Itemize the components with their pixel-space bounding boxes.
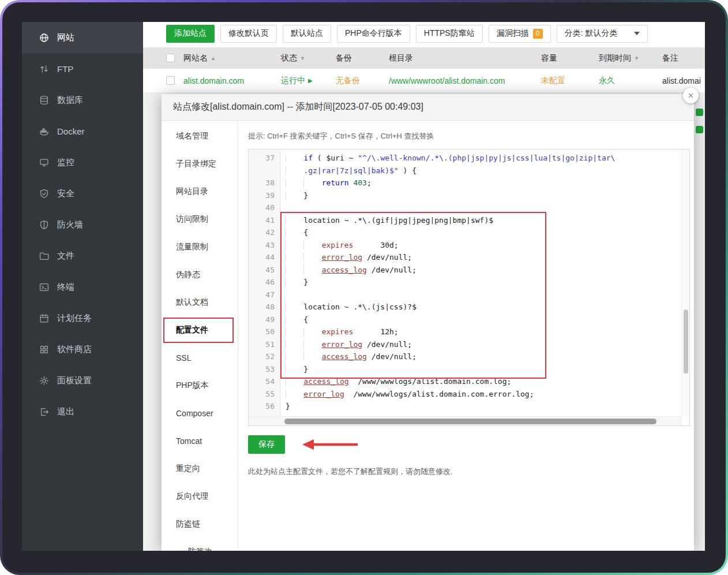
sidebar-item-label: 网站 bbox=[57, 32, 74, 43]
sidebar-item-label: 退出 bbox=[57, 406, 74, 417]
tab-label: 流量限制 bbox=[176, 242, 208, 252]
col-header-remark[interactable]: 备注 bbox=[662, 53, 705, 64]
site-name-link[interactable]: alist.domain.com bbox=[183, 76, 244, 85]
default-site-button[interactable]: 默认站点 bbox=[283, 25, 331, 43]
tab-traffic-limit[interactable]: 流量限制 bbox=[162, 233, 238, 261]
line-number: 52 bbox=[249, 350, 280, 363]
line-number: 51 bbox=[249, 338, 280, 351]
sidebar-item-database[interactable]: 数据库 bbox=[22, 84, 143, 115]
category-select[interactable]: 分类: 默认分类 bbox=[557, 25, 648, 43]
site-quota[interactable]: 未配置 bbox=[541, 76, 599, 86]
tab-tomcat[interactable]: Tomcat bbox=[162, 427, 238, 455]
sidebar-item-files[interactable]: 文件 bbox=[22, 240, 143, 271]
tab-php-version[interactable]: PHP版本 bbox=[162, 372, 238, 399]
toolbar-buttons: 修改默认页默认站点PHP命令行版本HTTPS防窜站 bbox=[220, 25, 483, 43]
code-editor-lines: 37 if ( $uri ~ "^/\.well-known/.*\.(php|… bbox=[249, 152, 681, 413]
https-protect-button[interactable]: HTTPS防窜站 bbox=[416, 25, 483, 43]
modal-title: 站点修改[alist.domain.com] -- 添加时间[2023-07-0… bbox=[173, 101, 423, 113]
sidebar-item-label: Docker bbox=[57, 126, 85, 136]
hscroll-thumb[interactable] bbox=[284, 419, 656, 424]
sidebar-item-docker[interactable]: Docker bbox=[22, 115, 143, 147]
code-line: 44 error_log /dev/null; bbox=[249, 251, 681, 264]
tab-composer[interactable]: Composer bbox=[162, 399, 238, 427]
tab-subdir-bind[interactable]: 子目录绑定 bbox=[162, 150, 238, 178]
tab-domain[interactable]: 域名管理 bbox=[162, 122, 238, 150]
tab-tamper-proof[interactable]: 防篡改 bbox=[162, 538, 238, 551]
line-number: 54 bbox=[249, 375, 280, 388]
site-status[interactable]: 运行中 ▶ bbox=[281, 76, 336, 86]
tab-label: 默认文档 bbox=[176, 297, 208, 308]
php-cli-version-button[interactable]: PHP命令行版本 bbox=[337, 25, 410, 43]
modal-header: 站点修改[alist.domain.com] -- 添加时间[2023-07-0… bbox=[162, 94, 694, 121]
code-line: 46 } bbox=[249, 276, 681, 289]
line-number: 47 bbox=[249, 289, 280, 301]
row-checkbox[interactable] bbox=[166, 76, 175, 85]
tab-label: PHP版本 bbox=[176, 380, 209, 391]
close-button[interactable]: × bbox=[683, 88, 699, 103]
sidebar-menu: 网站FTP数据库Docker监控安全防火墙文件终端计划任务软件商店面板设置退出 bbox=[22, 22, 143, 427]
table-header: 网站名▲状态▼备份根目录容量到期时间▼备注 bbox=[143, 47, 705, 69]
add-site-button[interactable]: 添加站点 bbox=[166, 25, 215, 43]
sidebar-item-ftp[interactable]: FTP bbox=[22, 53, 143, 84]
site-expiry[interactable]: 永久 bbox=[599, 76, 662, 86]
config-editor[interactable]: 37 if ( $uri ~ "^/\.well-known/.*\.(php|… bbox=[248, 149, 690, 426]
sidebar-item-logout[interactable]: 退出 bbox=[22, 396, 143, 427]
store-icon bbox=[39, 345, 49, 354]
sidebar-item-firewall[interactable]: 防火墙 bbox=[22, 209, 143, 240]
sidebar-item-settings[interactable]: 面板设置 bbox=[22, 365, 143, 396]
save-button[interactable]: 保存 bbox=[248, 435, 285, 454]
line-number: 55 bbox=[249, 388, 280, 401]
line-number: 48 bbox=[249, 301, 280, 313]
sort-up-icon: ▲ bbox=[211, 55, 216, 61]
select-all-checkbox[interactable] bbox=[166, 54, 175, 62]
line-number: 56 bbox=[249, 400, 280, 413]
play-icon: ▶ bbox=[308, 77, 313, 84]
tab-access-limit[interactable]: 访问限制 bbox=[162, 206, 238, 233]
tab-default-doc[interactable]: 默认文档 bbox=[162, 289, 238, 316]
vuln-scan-button[interactable]: 漏洞扫描 0 bbox=[489, 25, 551, 43]
sort-down-icon: ▼ bbox=[634, 55, 639, 61]
tab-label: 配置文件 bbox=[176, 325, 208, 335]
close-icon: × bbox=[688, 90, 694, 102]
sidebar: 网站FTP数据库Docker监控安全防火墙文件终端计划任务软件商店面板设置退出 bbox=[22, 22, 143, 551]
sidebar-item-label: 防火墙 bbox=[57, 219, 83, 230]
tab-label: 伪静态 bbox=[176, 270, 200, 280]
site-backup[interactable]: 无备份 bbox=[336, 76, 389, 86]
sidebar-item-terminal[interactable]: 终端 bbox=[22, 271, 143, 303]
tab-label: 反向代理 bbox=[176, 491, 208, 502]
col-header-expiry[interactable]: 到期时间▼ bbox=[599, 53, 662, 64]
code-line: .gz|rar|7z|sql|bak)$" ) { bbox=[249, 165, 681, 177]
tab-label: 防盗链 bbox=[176, 519, 200, 529]
col-header-name[interactable]: 网站名▲ bbox=[183, 53, 281, 64]
tab-ssl[interactable]: SSL bbox=[162, 344, 238, 372]
line-number: 42 bbox=[249, 226, 280, 239]
col-header-status[interactable]: 状态▼ bbox=[281, 53, 336, 64]
sidebar-item-monitor[interactable]: 监控 bbox=[22, 147, 143, 178]
sidebar-item-cron[interactable]: 计划任务 bbox=[22, 303, 143, 334]
save-row: 保存 bbox=[248, 435, 694, 454]
shield-icon bbox=[39, 189, 49, 199]
sidebar-item-appstore[interactable]: 软件商店 bbox=[22, 334, 143, 365]
col-header-root[interactable]: 根目录 bbox=[389, 53, 541, 64]
editor-hscrollbar[interactable] bbox=[249, 416, 682, 425]
line-number: 37 bbox=[249, 152, 280, 165]
col-header-backup[interactable]: 备份 bbox=[336, 53, 389, 64]
tab-site-dir[interactable]: 网站目录 bbox=[162, 178, 238, 206]
tab-config-file[interactable]: 配置文件 bbox=[162, 316, 238, 344]
site-remark[interactable]: alist.domai bbox=[662, 76, 705, 85]
editor-vscrollbar[interactable] bbox=[682, 150, 689, 416]
tab-anti-leech[interactable]: 防盗链 bbox=[162, 510, 238, 538]
tab-rewrite[interactable]: 伪静态 bbox=[162, 261, 238, 289]
code-line: 47 bbox=[249, 289, 681, 301]
sidebar-item-website[interactable]: 网站 bbox=[22, 22, 143, 53]
config-note: 此处为站点主配置文件，若您不了解配置规则，请勿随意修改. bbox=[248, 466, 694, 477]
tab-reverse-proxy[interactable]: 反向代理 bbox=[162, 483, 238, 510]
site-root-link[interactable]: /www/wwwroot/alist.domain.com bbox=[389, 76, 505, 85]
modify-default-page-button[interactable]: 修改默认页 bbox=[220, 25, 277, 43]
sidebar-item-security[interactable]: 安全 bbox=[22, 178, 143, 209]
scan-count-badge: 0 bbox=[533, 29, 543, 39]
vscroll-thumb[interactable] bbox=[684, 309, 688, 374]
col-header-quota[interactable]: 容量 bbox=[541, 53, 599, 64]
tab-redirect[interactable]: 重定向 bbox=[162, 455, 238, 483]
line-number: 49 bbox=[249, 313, 280, 326]
